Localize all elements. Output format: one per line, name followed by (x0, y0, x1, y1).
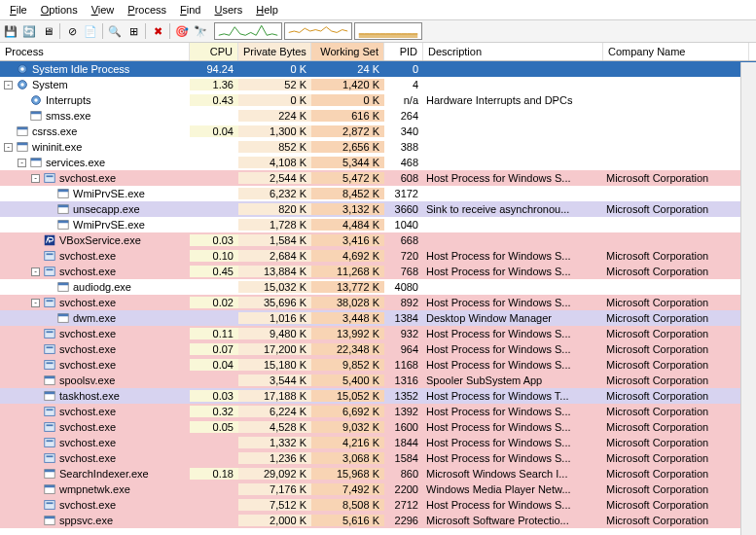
process-name: svchost.exe (59, 406, 116, 417)
menu-options[interactable]: Options (35, 2, 84, 18)
process-row[interactable]: svchost.exe0.102,684 K4,692 K720Host Pro… (0, 248, 756, 264)
cell-priv: 15,180 K (238, 359, 311, 371)
menu-help[interactable]: Help (250, 2, 284, 18)
process-name: audiodg.exe (73, 281, 131, 293)
process-row[interactable]: svchost.exe0.0415,180 K9,852 K1168Host P… (0, 357, 756, 373)
cell-comp: Microsoft Corporation (603, 374, 749, 386)
cell-work: 3,448 K (311, 312, 384, 324)
process-row[interactable]: -svchost.exe2,544 K5,472 K608Host Proces… (0, 170, 756, 186)
process-name-cell: svchost.exe (0, 420, 190, 434)
cell-pid: 4080 (384, 281, 423, 293)
process-row[interactable]: -services.exe4,108 K5,344 K468 (0, 155, 756, 170)
process-row[interactable]: dwm.exe1,016 K3,448 K1384Desktop Window … (0, 310, 756, 326)
process-row[interactable]: WmiPrvSE.exe1,728 K4,484 K1040 (0, 217, 756, 232)
cell-cpu: 0.04 (190, 359, 238, 371)
process-name-cell: -services.exe (0, 156, 190, 169)
process-name-cell: svchost.exe (0, 436, 190, 449)
target-icon[interactable]: 🎯 (173, 22, 191, 40)
column-header-desc[interactable]: Description (423, 43, 603, 60)
process-row[interactable]: audiodg.exe15,032 K13,772 K4080 (0, 279, 756, 295)
cell-pid: 2712 (384, 499, 423, 511)
process-row[interactable]: System Idle Process94.240 K24 K0 (0, 61, 756, 77)
activity-graph-1 (284, 22, 352, 40)
cell-work: 6,692 K (311, 406, 384, 417)
cell-comp: Microsoft Corporation (603, 452, 749, 464)
cell-priv: 4,108 K (238, 157, 311, 168)
cell-work: 15,052 K (311, 390, 384, 402)
process-row[interactable]: svchost.exe0.119,480 K13,992 K932Host Pr… (0, 326, 756, 341)
binoculars-icon[interactable]: 🔭 (192, 22, 209, 40)
process-row[interactable]: VBoxService.exe0.031,584 K3,416 K668 (0, 232, 756, 248)
props-icon[interactable]: 📄 (82, 22, 99, 40)
cell-cpu: 0.18 (190, 468, 238, 480)
column-header-comp[interactable]: Company Name (603, 43, 749, 60)
process-row[interactable]: smss.exe224 K616 K264 (0, 108, 756, 124)
refresh-icon[interactable]: 🔄 (20, 22, 38, 40)
menu-file[interactable]: File (4, 2, 33, 18)
svg-rect-30 (47, 300, 54, 302)
process-name-cell: svchost.exe (0, 342, 190, 356)
cell-comp: Microsoft Corporation (603, 172, 749, 184)
process-row[interactable]: svchost.exe0.054,528 K9,032 K1600Host Pr… (0, 419, 756, 435)
process-row[interactable]: wmpnetwk.exe7,176 K7,492 K2200Windows Me… (0, 482, 756, 497)
process-tree[interactable]: System Idle Process94.240 K24 K0-System1… (0, 61, 756, 532)
cell-desc: Host Process for Windows S... (423, 406, 603, 417)
menu-find[interactable]: Find (174, 2, 206, 18)
process-row[interactable]: taskhost.exe0.0317,188 K15,052 K1352Host… (0, 388, 756, 404)
find-handle-icon[interactable]: 🔍 (106, 22, 124, 40)
column-header-priv[interactable]: Private Bytes (238, 43, 311, 60)
kill-cross-icon[interactable]: ✖ (149, 22, 166, 40)
cell-pid: n/a (384, 94, 423, 106)
process-row[interactable]: svchost.exe7,512 K8,508 K2712Host Proces… (0, 497, 756, 513)
cell-work: 9,852 K (311, 359, 384, 371)
svg-rect-45 (45, 423, 55, 432)
system-info-icon[interactable]: 🖥 (39, 22, 56, 40)
process-icon (43, 420, 56, 434)
cell-desc: Host Process for Windows S... (423, 297, 603, 308)
vertical-scrollbar[interactable] (740, 62, 756, 535)
process-row[interactable]: sppsvc.exe2,000 K5,616 K2296Microsoft So… (0, 513, 756, 528)
cell-cpu: 0.10 (190, 250, 238, 262)
column-header-work[interactable]: Working Set (311, 43, 384, 60)
save-icon[interactable]: 💾 (2, 22, 19, 40)
process-row[interactable]: -svchost.exe0.4513,884 K11,268 K768Host … (0, 264, 756, 279)
collapse-icon[interactable]: - (31, 299, 40, 307)
cell-priv: 17,200 K (238, 343, 311, 355)
process-row[interactable]: svchost.exe0.0717,200 K22,348 K964Host P… (0, 341, 756, 357)
column-header-pid[interactable]: PID (384, 43, 423, 60)
process-row[interactable]: -System1.3652 K1,420 K4 (0, 77, 756, 92)
process-row[interactable]: csrss.exe0.041,300 K2,872 K340 (0, 124, 756, 139)
cell-work: 8,452 K (311, 188, 384, 199)
collapse-icon[interactable]: - (31, 174, 40, 183)
cell-cpu: 1.36 (190, 79, 238, 90)
menu-view[interactable]: View (86, 2, 121, 18)
kill-icon[interactable]: ⊘ (63, 22, 81, 40)
cell-priv: 1,016 K (238, 312, 311, 324)
process-row[interactable]: SearchIndexer.exe0.1829,092 K15,968 K860… (0, 466, 756, 482)
collapse-icon[interactable]: - (4, 143, 13, 152)
process-row[interactable]: svchost.exe1,236 K3,068 K1584Host Proces… (0, 450, 756, 466)
process-row[interactable]: unsecapp.exe820 K3,132 K3660Sink to rece… (0, 201, 756, 217)
process-row[interactable]: svchost.exe1,332 K4,216 K1844Host Proces… (0, 435, 756, 450)
process-row[interactable]: -svchost.exe0.0235,696 K38,028 K892Host … (0, 295, 756, 310)
collapse-icon[interactable]: - (4, 81, 13, 89)
cell-priv: 6,232 K (238, 188, 311, 199)
column-header-proc[interactable]: Process (0, 43, 190, 60)
cell-priv: 2,544 K (238, 172, 311, 184)
svg-point-5 (34, 98, 38, 102)
process-row[interactable]: -wininit.exe852 K2,656 K388 (0, 139, 756, 155)
collapse-icon[interactable]: - (31, 268, 40, 276)
process-icon (43, 358, 56, 372)
menu-users[interactable]: Users (209, 2, 249, 18)
cell-desc: Host Process for Windows S... (423, 328, 603, 339)
column-header-cpu[interactable]: CPU (190, 43, 238, 60)
process-row[interactable]: WmiPrvSE.exe6,232 K8,452 K3172 (0, 186, 756, 201)
process-icon (43, 467, 56, 481)
process-row[interactable]: Interrupts0.430 K0 Kn/aHardware Interrup… (0, 92, 756, 108)
process-name-cell: SearchIndexer.exe (0, 467, 190, 481)
collapse-icon[interactable]: - (18, 159, 26, 167)
process-row[interactable]: svchost.exe0.326,224 K6,692 K1392Host Pr… (0, 404, 756, 419)
process-row[interactable]: spoolsv.exe3,544 K5,400 K1316Spooler Sub… (0, 373, 756, 388)
menu-process[interactable]: Process (122, 2, 172, 18)
find-window-icon[interactable]: ⊞ (125, 22, 142, 40)
